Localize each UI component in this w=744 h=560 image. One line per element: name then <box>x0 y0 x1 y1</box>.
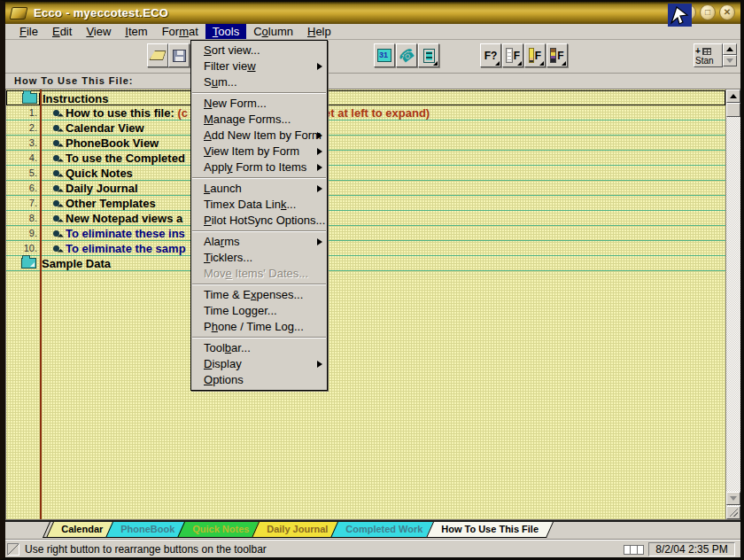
menu-item-apply-form-to-items[interactable]: Apply Form to Items <box>191 159 327 175</box>
submenu-arrow-icon <box>317 132 322 139</box>
menu-item-toolbar[interactable]: Toolbar... <box>191 340 327 356</box>
close-button[interactable]: ✕ <box>719 4 735 20</box>
outline-row-2[interactable]: 2. Calendar View <box>6 121 725 136</box>
save-button[interactable] <box>168 43 190 67</box>
outline-row-9[interactable]: 9. To eliminate these ins <box>6 226 725 241</box>
menu-item-view-item-by-form[interactable]: View Item by Form <box>191 144 327 159</box>
app-window: Ecco - myeccotest.ECO – □ ✕ File Edit Vi… <box>0 0 744 560</box>
resize-grip-icon <box>730 509 738 517</box>
scroll-down-button[interactable] <box>726 492 740 505</box>
vertical-scrollbar[interactable] <box>725 89 740 519</box>
outline-row-3[interactable]: 3. PhoneBook View <box>6 136 725 151</box>
menu-help[interactable]: Help <box>300 24 338 39</box>
status-bar: Use right button to rearrange buttons on… <box>5 540 740 557</box>
menu-file[interactable]: File <box>12 24 45 39</box>
menu-item-time-logger[interactable]: Time Logger... <box>191 303 327 319</box>
outline-row-7[interactable]: 7. Other Templates <box>6 196 725 211</box>
status-message: Use right button to rearrange buttons on… <box>25 543 267 556</box>
toolbar-set-selector: + Stan <box>694 43 737 67</box>
item-bullet-icon[interactable] <box>53 185 59 191</box>
menu-item-time-expenses[interactable]: Time & Expenses... <box>191 287 327 303</box>
closed-folder-icon[interactable] <box>21 258 36 268</box>
form-edit-button[interactable]: F <box>524 43 546 67</box>
column-icon <box>506 48 513 63</box>
view-header: How To Use This File: <box>5 74 740 89</box>
item-bullet-icon[interactable] <box>53 140 59 146</box>
tab-how-to-use-this-file[interactable]: How To Use This File <box>426 522 554 538</box>
item-bullet-icon[interactable] <box>53 200 59 206</box>
menu-item-alarms[interactable]: Alarms <box>191 234 327 250</box>
menu-item-filter-view[interactable]: Filter view <box>191 58 327 74</box>
submenu-arrow-icon <box>317 164 322 171</box>
menu-format[interactable]: Format <box>155 24 205 39</box>
up-arrow-icon <box>726 47 733 51</box>
open-folder-icon[interactable] <box>22 93 37 104</box>
item-bullet-icon[interactable] <box>53 170 59 176</box>
form-query-icon: F? <box>484 50 498 62</box>
tab-completed-work[interactable]: Completed Work <box>330 522 438 538</box>
menu-item-pilot-hotsync-options[interactable]: Pilot HotSync Options... <box>191 213 327 229</box>
tools-menu: Sort view... Filter view Sum... New Form… <box>190 40 328 391</box>
item-bullet-icon[interactable] <box>53 110 59 116</box>
status-datetime: 8/2/04 2:35 PM <box>648 542 735 556</box>
outline-row-4[interactable]: 4. To use the Completed <box>6 151 725 166</box>
title-bar[interactable]: Ecco - myeccotest.ECO – □ ✕ <box>5 2 740 24</box>
stripes-icon <box>550 48 556 63</box>
phone-icon: ☎ <box>396 45 417 66</box>
outline-row-10[interactable]: 10. To eliminate the samp <box>6 241 725 256</box>
outline-row-6[interactable]: 6. Daily Journal <box>6 181 725 196</box>
window-title: Ecco - myeccotest.ECO <box>34 6 168 19</box>
toolbar-set-down-button[interactable] <box>723 55 737 66</box>
toolbar-set-up-button[interactable] <box>723 43 737 55</box>
menu-item-ticklers[interactable]: Ticklers... <box>191 250 327 266</box>
outline-row-5[interactable]: 5. Quick Notes <box>6 166 725 181</box>
tab-daily-journal[interactable]: Daily Journal <box>252 522 343 538</box>
menu-item-launch[interactable]: Launch <box>191 181 327 197</box>
maximize-button[interactable]: □ <box>700 4 716 20</box>
toolbar: 31 ☎ F? F F F + Stan <box>5 40 740 74</box>
menu-item-add-new-item-by-form[interactable]: Add New Item by Form <box>191 128 327 144</box>
calendar-view-button[interactable]: 31 <box>374 43 395 67</box>
columns-icon[interactable] <box>624 545 643 555</box>
menu-item-display[interactable]: Display <box>191 356 327 372</box>
form-query-button[interactable]: F? <box>480 43 501 67</box>
menu-item-sort-view[interactable]: Sort view... <box>191 43 327 58</box>
up-arrow-icon <box>730 94 737 98</box>
menu-item-sum[interactable]: Sum... <box>191 74 327 90</box>
item-bullet-icon[interactable] <box>53 125 59 131</box>
outline-row-instructions[interactable]: Instructions <box>6 90 725 105</box>
scroll-up-button[interactable] <box>726 89 740 103</box>
mouse-cursor <box>668 4 692 27</box>
menu-item-timex-data-link[interactable]: Timex Data Link... <box>191 197 327 213</box>
item-bullet-icon[interactable] <box>53 155 59 161</box>
notepad-view-button[interactable] <box>418 43 439 67</box>
outline-row-1[interactable]: 1. How to use this file: (c et at left t… <box>6 105 725 121</box>
outline-row-8[interactable]: 8. New Notepad views a <box>6 211 725 226</box>
scrollbar-thumb[interactable] <box>726 103 740 117</box>
open-file-button[interactable] <box>147 43 168 67</box>
menu-item-move-items-dates[interactable]: Move Items' Dates... <box>191 266 327 282</box>
outline-row-sample-data[interactable]: Sample Data <box>6 256 725 271</box>
toolbar-set-label: Stan <box>695 56 721 66</box>
menu-item-manage-forms[interactable]: Manage Forms... <box>191 112 327 128</box>
menu-item[interactable]: Item <box>118 24 154 39</box>
item-bullet-icon[interactable] <box>53 215 59 222</box>
menu-view[interactable]: View <box>79 24 118 39</box>
down-arrow-icon <box>730 496 737 501</box>
form-apply-button[interactable]: F <box>546 43 568 67</box>
menu-tools[interactable]: Tools <box>205 24 246 39</box>
item-bullet-icon[interactable] <box>53 245 59 252</box>
tab-quick-notes[interactable]: Quick Notes <box>177 522 264 538</box>
item-bullet-icon[interactable] <box>53 230 59 237</box>
app-icon[interactable] <box>10 7 28 19</box>
outline-view[interactable]: Instructions 1. How to use this file: (c… <box>5 89 740 520</box>
menu-column[interactable]: Column <box>246 24 300 39</box>
pane-split-button[interactable] <box>726 506 740 519</box>
menu-item-new-form[interactable]: New Form... <box>191 96 327 112</box>
menu-edit[interactable]: Edit <box>45 24 79 39</box>
form-column-button[interactable]: F <box>502 43 523 67</box>
menu-item-phone-time-log[interactable]: Phone / Time Log... <box>191 319 327 335</box>
phonebook-view-button[interactable]: ☎ <box>396 43 417 67</box>
toolbar-set-face[interactable]: + Stan <box>694 43 723 67</box>
menu-item-options[interactable]: Options <box>191 372 327 388</box>
